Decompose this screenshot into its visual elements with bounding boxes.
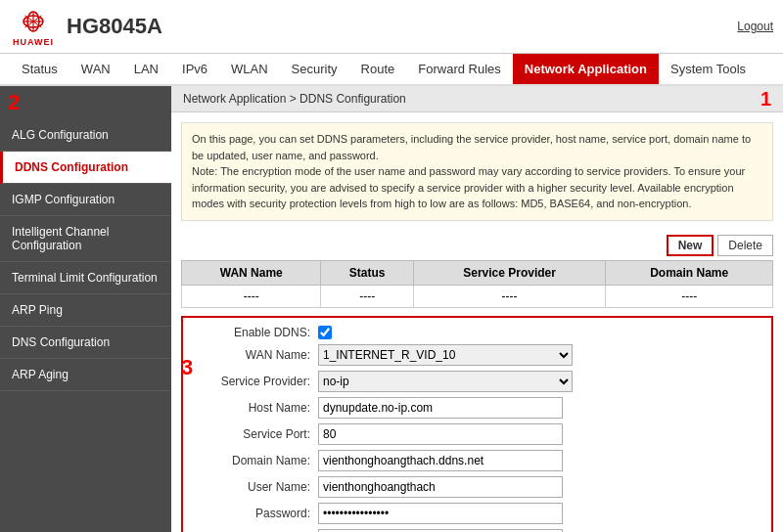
encryption-mode-input[interactable] [318,529,563,533]
huawei-logo-icon [10,6,57,37]
domain-name-input[interactable] [318,450,563,471]
sidebar-item-terminal-limit[interactable]: Terminal Limit Configuration [0,262,171,294]
sidebar-item-alg-configuration[interactable]: ALG Configuration [0,119,171,152]
service-provider-label: Service Provider: [191,375,318,388]
sidebar-item-ddns-configuration[interactable]: DDNS Configuration [0,152,171,184]
new-button[interactable]: New [667,235,714,256]
logout-button[interactable]: Logout [737,20,773,33]
annotation-3: 3 [181,355,193,380]
domain-name-label: Domain Name: [191,454,318,467]
form-row-wan-name: WAN Name: 1_INTERNET_R_VID_10 [191,344,763,366]
sidebar-item-arp-ping[interactable]: ARP Ping [0,294,171,327]
form-row-domain-name: Domain Name: [191,450,763,471]
delete-button[interactable]: Delete [717,235,773,256]
table-row: ---- ---- ---- ---- [182,285,773,307]
enable-ddns-label: Enable DDNS: [191,326,318,339]
content-area: Network Application > DDNS Configuration… [171,86,783,532]
logo-box: HUAWEI [10,6,57,47]
col-status: Status [321,260,413,285]
sidebar-item-arp-aging[interactable]: ARP Aging [0,359,171,391]
nav-wlan[interactable]: WLAN [219,54,280,84]
header: HUAWEI HG8045A Logout [0,0,783,54]
cell-service-provider: ---- [413,285,605,307]
wan-name-label: WAN Name: [191,348,318,362]
nav-system-tools[interactable]: System Tools [659,54,758,84]
table-actions: New Delete [171,231,783,260]
breadcrumb: Network Application > DDNS Configuration… [171,86,783,112]
sidebar: 2 ALG Configuration DDNS Configuration I… [0,86,171,532]
main-layout: 2 ALG Configuration DDNS Configuration I… [0,86,783,532]
sidebar-item-igmp-configuration[interactable]: IGMP Configuration [0,184,171,216]
cell-domain-name: ---- [606,285,773,307]
wan-name-select[interactable]: 1_INTERNET_R_VID_10 [318,344,573,366]
annotation-2: 2 [0,86,27,119]
form-row-host-name: Host Name: [191,397,763,419]
ddns-table: WAN Name Status Service Provider Domain … [181,260,773,308]
device-name: HG8045A [67,14,162,39]
col-service-provider: Service Provider [413,260,605,285]
user-name-label: User Name: [191,480,318,494]
info-text: On this page, you can set DDNS parameter… [192,133,751,209]
header-left: HUAWEI HG8045A [10,6,162,47]
nav-wan[interactable]: WAN [69,54,122,84]
col-domain-name: Domain Name [606,260,773,285]
nav-ipv6[interactable]: IPv6 [170,54,219,84]
nav-network-application[interactable]: Network Application [513,54,659,84]
nav-bar: Status WAN LAN IPv6 WLAN Security Route … [0,54,783,86]
password-label: Password: [191,507,318,520]
nav-security[interactable]: Security [280,54,349,84]
enable-ddns-checkbox[interactable] [318,326,332,339]
sidebar-item-intelligent-channel[interactable]: Intelligent Channel Configuration [0,216,171,262]
form-row-user-name: User Name: [191,476,763,498]
cell-wan-name: ---- [182,285,321,307]
ddns-form: Enable DDNS: WAN Name: 1_INTERNET_R_VID_… [181,316,773,533]
form-row-enable-ddns: Enable DDNS: [191,326,763,339]
user-name-input[interactable] [318,476,563,498]
annotation-1: 1 [760,88,771,111]
form-row-encryption-mode: Encryption Mode: [191,529,763,533]
host-name-input[interactable] [318,397,563,419]
breadcrumb-text: Network Application > DDNS Configuration [183,92,406,106]
form-row-service-port: Service Port: [191,423,763,445]
nav-status[interactable]: Status [10,54,69,84]
service-port-input[interactable] [318,423,563,445]
col-wan-name: WAN Name [182,260,321,285]
info-box: On this page, you can set DDNS parameter… [181,122,773,221]
service-provider-select[interactable]: no-ip [318,371,573,392]
service-port-label: Service Port: [191,427,318,441]
host-name-label: Host Name: [191,401,318,415]
huawei-brand-text: HUAWEI [13,37,54,47]
sidebar-item-dns-configuration[interactable]: DNS Configuration [0,327,171,359]
nav-forward-rules[interactable]: Forward Rules [406,54,513,84]
form-row-password: Password: [191,503,763,524]
cell-status: ---- [321,285,413,307]
password-input[interactable] [318,503,563,524]
nav-route[interactable]: Route [349,54,407,84]
form-row-service-provider: Service Provider: no-ip [191,371,763,392]
nav-lan[interactable]: LAN [122,54,170,84]
